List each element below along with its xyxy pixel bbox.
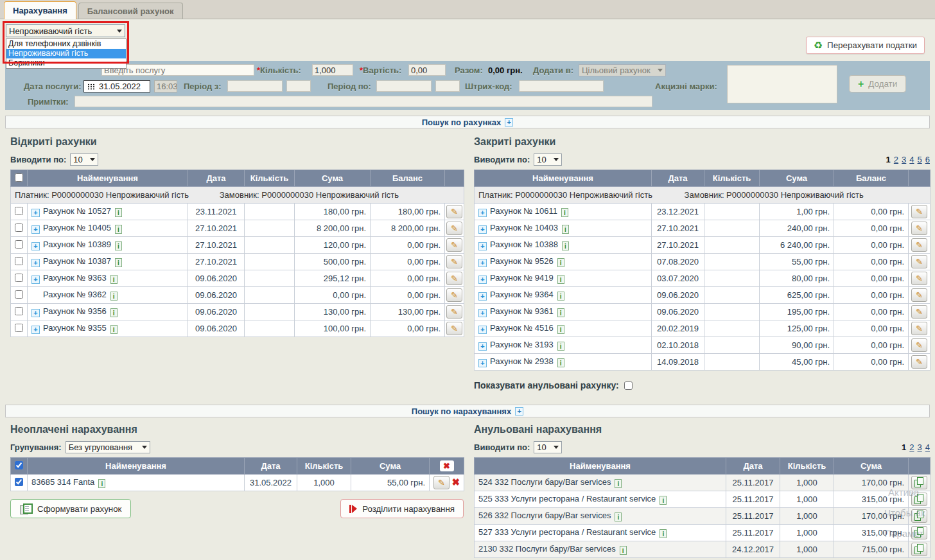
search-accounts-bar[interactable]: Пошук по рахунках + bbox=[5, 116, 930, 128]
split-charge-button[interactable]: Розділити нарахування bbox=[340, 499, 464, 518]
calendar-icon[interactable] bbox=[87, 83, 96, 90]
recalculate-taxes-button[interactable]: ♻ Перерахувати податки bbox=[806, 37, 925, 54]
copy-button[interactable] bbox=[911, 526, 927, 539]
info-icon[interactable]: i bbox=[115, 225, 122, 234]
edit-button[interactable]: ✎ bbox=[446, 238, 462, 252]
expand-plus-icon[interactable]: + bbox=[478, 342, 487, 351]
per-page-select[interactable]: 10 bbox=[534, 153, 562, 166]
info-icon[interactable]: i bbox=[562, 225, 569, 234]
expand-plus-icon[interactable]: + bbox=[515, 407, 523, 416]
info-icon[interactable]: i bbox=[557, 292, 564, 301]
expand-plus-icon[interactable]: + bbox=[31, 276, 40, 284]
edit-button[interactable]: ✎ bbox=[911, 322, 927, 335]
edit-button[interactable]: ✎ bbox=[446, 272, 462, 285]
info-icon[interactable]: i bbox=[115, 258, 122, 267]
category-option[interactable]: Боржники bbox=[6, 58, 126, 68]
excise-stamps-textarea[interactable] bbox=[727, 65, 837, 103]
price-input[interactable] bbox=[408, 64, 446, 76]
row-checkbox[interactable] bbox=[15, 223, 23, 232]
search-accounts-link[interactable]: Пошук по рахунках bbox=[422, 118, 501, 127]
info-icon[interactable]: i bbox=[557, 325, 564, 334]
edit-button[interactable]: ✎ bbox=[446, 222, 462, 235]
expand-plus-icon[interactable]: + bbox=[478, 276, 487, 284]
copy-button[interactable] bbox=[911, 509, 927, 523]
expand-plus-icon[interactable]: + bbox=[505, 118, 513, 127]
edit-button[interactable]: ✎ bbox=[911, 272, 927, 285]
pagination-link[interactable]: 3 bbox=[902, 155, 906, 164]
quantity-input[interactable] bbox=[312, 64, 353, 76]
edit-button[interactable]: ✎ bbox=[446, 205, 462, 218]
edit-button[interactable]: ✎ bbox=[911, 255, 927, 268]
expand-plus-icon[interactable]: + bbox=[478, 225, 487, 234]
delete-all-button[interactable]: ✖ bbox=[440, 460, 454, 471]
row-checkbox[interactable] bbox=[15, 307, 23, 315]
category-select[interactable]: Непроживаючий гість bbox=[6, 24, 125, 37]
edit-button[interactable]: ✎ bbox=[446, 255, 462, 268]
add-to-select[interactable]: Цільовий рахунок bbox=[579, 64, 666, 76]
grouping-select[interactable]: Без угруповання bbox=[66, 441, 150, 453]
info-icon[interactable]: i bbox=[660, 529, 667, 538]
edit-button[interactable]: ✎ bbox=[911, 205, 927, 218]
info-icon[interactable]: i bbox=[98, 479, 105, 488]
add-charge-button[interactable]: + Додати bbox=[849, 75, 906, 92]
copy-button[interactable] bbox=[911, 493, 927, 506]
edit-button[interactable]: ✎ bbox=[446, 322, 462, 335]
pagination-link[interactable]: 4 bbox=[909, 155, 914, 164]
info-icon[interactable]: i bbox=[557, 258, 564, 267]
expand-plus-icon[interactable]: + bbox=[31, 259, 40, 267]
info-icon[interactable]: i bbox=[557, 308, 564, 317]
pagination-link[interactable]: 6 bbox=[925, 155, 930, 164]
expand-plus-icon[interactable]: + bbox=[478, 326, 487, 334]
period-from-date-input[interactable] bbox=[227, 80, 283, 92]
search-charges-link[interactable]: Пошук по нарахуваннях bbox=[412, 407, 511, 416]
tab-accruals[interactable]: Нарахування bbox=[4, 1, 76, 19]
select-all-checkbox[interactable] bbox=[15, 173, 23, 182]
info-icon[interactable]: i bbox=[620, 546, 627, 555]
expand-plus-icon[interactable]: + bbox=[478, 259, 487, 267]
edit-button[interactable]: ✎ bbox=[911, 222, 927, 235]
info-icon[interactable]: i bbox=[110, 325, 118, 334]
expand-plus-icon[interactable]: + bbox=[31, 309, 40, 317]
expand-plus-icon[interactable]: + bbox=[478, 292, 487, 301]
expand-plus-icon[interactable]: + bbox=[31, 225, 40, 234]
info-icon[interactable]: i bbox=[115, 208, 122, 217]
row-checkbox[interactable] bbox=[15, 290, 23, 299]
service-time-input[interactable]: 16:03 bbox=[154, 80, 177, 92]
info-icon[interactable]: i bbox=[615, 479, 622, 488]
delete-button[interactable]: ✖ bbox=[452, 477, 460, 487]
row-checkbox[interactable] bbox=[15, 478, 23, 486]
period-to-date-input[interactable] bbox=[376, 80, 432, 92]
info-icon[interactable]: i bbox=[557, 358, 564, 367]
service-date-input[interactable]: 31.05.2022 bbox=[83, 80, 150, 92]
category-option[interactable]: Для телефонних дзвінків bbox=[6, 39, 126, 49]
make-invoice-button[interactable]: Сформувати рахунок bbox=[10, 499, 131, 518]
info-icon[interactable]: i bbox=[110, 275, 118, 284]
show-annulled-checkbox[interactable] bbox=[624, 381, 633, 390]
category-option[interactable]: Непроживаючий гість bbox=[6, 49, 126, 58]
notes-input[interactable] bbox=[74, 96, 652, 107]
select-all-checkbox[interactable] bbox=[15, 461, 23, 469]
edit-button[interactable]: ✎ bbox=[433, 476, 450, 489]
edit-button[interactable]: ✎ bbox=[911, 288, 927, 302]
per-page-select[interactable]: 10 bbox=[534, 441, 562, 453]
period-from-time-input[interactable] bbox=[286, 80, 311, 92]
info-icon[interactable]: i bbox=[615, 512, 622, 521]
expand-plus-icon[interactable]: + bbox=[31, 209, 40, 217]
copy-button[interactable] bbox=[911, 543, 927, 556]
edit-button[interactable]: ✎ bbox=[911, 238, 927, 252]
expand-plus-icon[interactable]: + bbox=[478, 209, 487, 217]
info-icon[interactable]: i bbox=[110, 292, 118, 301]
edit-button[interactable]: ✎ bbox=[911, 355, 927, 369]
per-page-select[interactable]: 10 bbox=[70, 153, 98, 166]
copy-button[interactable] bbox=[911, 476, 927, 489]
info-icon[interactable]: i bbox=[115, 241, 122, 250]
info-icon[interactable]: i bbox=[557, 275, 564, 284]
info-icon[interactable]: i bbox=[110, 308, 118, 317]
edit-button[interactable]: ✎ bbox=[446, 288, 462, 302]
expand-plus-icon[interactable]: + bbox=[478, 242, 487, 250]
expand-plus-icon[interactable]: + bbox=[31, 326, 40, 334]
barcode-input[interactable] bbox=[519, 80, 604, 92]
period-to-time-input[interactable] bbox=[435, 80, 460, 92]
info-icon[interactable]: i bbox=[561, 208, 568, 217]
pagination-link[interactable]: 2 bbox=[909, 442, 914, 452]
